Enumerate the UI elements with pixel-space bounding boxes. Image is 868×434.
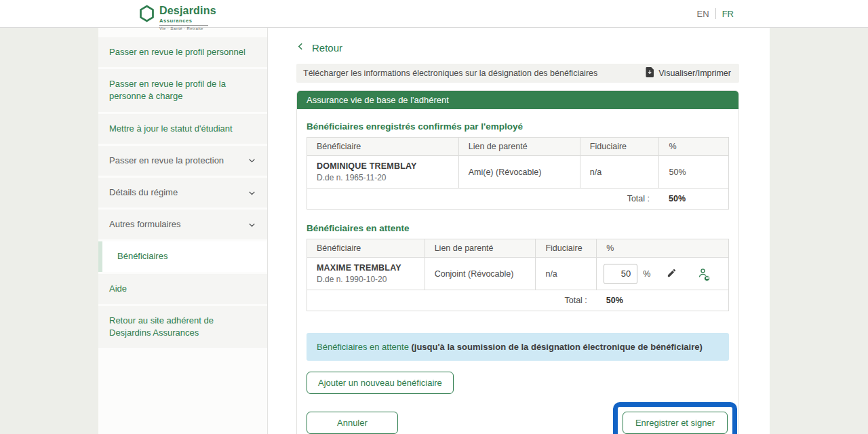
sidebar-nav: Passer en revue le profil personnel Pass… bbox=[98, 28, 268, 434]
basic-life-insurance-card: Assurance vie de base de l'adhérent Béné… bbox=[296, 90, 739, 434]
sidebar-item-details-regime[interactable]: Détails du régime bbox=[98, 178, 267, 208]
sidebar-item-label: Passer en revue le profil personnel bbox=[109, 46, 245, 58]
cancel-button[interactable]: Annuler bbox=[307, 412, 398, 434]
sidebar-item-label: Autres formulaires bbox=[109, 218, 180, 231]
remove-badge bbox=[704, 275, 710, 281]
beneficiary-percent: 50% bbox=[659, 156, 729, 189]
column-header-lien-parente: Lien de parenté bbox=[425, 239, 536, 258]
total-value: 50% bbox=[597, 290, 729, 311]
view-print-label: Visualiser/Imprimer bbox=[658, 68, 731, 78]
edit-beneficiary-button[interactable] bbox=[667, 268, 677, 280]
top-header-bar: Desjardins Assurances Vie · Santé · Retr… bbox=[0, 0, 868, 28]
brand-name: Desjardins bbox=[159, 5, 216, 17]
add-beneficiary-button[interactable]: Ajouter un nouveau bénéficiaire bbox=[307, 372, 454, 394]
percent-sign: % bbox=[643, 269, 650, 279]
chevron-left-icon bbox=[296, 41, 305, 54]
sidebar-item-label: Aide bbox=[109, 283, 127, 295]
lang-divider bbox=[715, 8, 716, 19]
confirmed-beneficiaries-heading: Bénéficiaires enregistrés confirmés par … bbox=[307, 121, 729, 132]
table-row: MAXIME TREMBLAY D.de n. 1990-10-20 Conjo… bbox=[307, 258, 729, 290]
beneficiary-fiduciary: n/a bbox=[580, 156, 659, 189]
chevron-down-icon bbox=[248, 220, 256, 229]
brand-subtitle: Assurances bbox=[159, 18, 208, 26]
lang-fr-link[interactable]: FR bbox=[722, 9, 734, 19]
download-bar-label: Télécharger les informations électroniqu… bbox=[303, 68, 597, 78]
beneficiary-dob: D.de n. 1990-10-20 bbox=[317, 275, 415, 284]
pending-beneficiaries-heading: Bénéficiaires en attente bbox=[307, 223, 729, 233]
pending-beneficiaries-table: Bénéficiaire Lien de parenté Fiduciaire … bbox=[307, 239, 729, 311]
back-link[interactable]: Retour bbox=[296, 41, 342, 54]
column-header-percent: % bbox=[659, 138, 729, 156]
sidebar-item-label: Retour au site adhérent de Desjardins As… bbox=[109, 315, 256, 339]
sidebar-item-autres-formulaires[interactable]: Autres formulaires bbox=[98, 210, 267, 239]
sidebar-item-beneficiaires[interactable]: Bénéficiaires bbox=[98, 241, 267, 271]
desjardins-hexagon-logo-icon bbox=[139, 5, 155, 25]
column-header-fiduciaire: Fiduciaire bbox=[536, 239, 597, 258]
sidebar-item-profil-personne-a-charge[interactable]: Passer en revue le profil de la personne… bbox=[98, 69, 267, 111]
total-value: 50% bbox=[659, 189, 729, 210]
sidebar-item-label: Mettre à jour le statut d'étudiant bbox=[109, 123, 233, 135]
pencil-icon bbox=[667, 268, 677, 280]
total-row: Total : 50% bbox=[307, 290, 729, 311]
beneficiary-name: DOMINIQUE TREMBLAY bbox=[317, 161, 449, 171]
content-area: Passer en revue le profil personnel Pass… bbox=[98, 28, 770, 434]
save-and-sign-button[interactable]: Enregistrer et signer bbox=[623, 412, 728, 434]
sidebar-item-label: Détails du régime bbox=[109, 186, 178, 199]
column-header-lien-parente: Lien de parenté bbox=[458, 138, 580, 156]
beneficiary-dob: D.de n. 1965-11-20 bbox=[317, 173, 449, 182]
total-label: Total : bbox=[307, 290, 597, 311]
column-header-beneficiaire: Bénéficiaire bbox=[307, 239, 425, 258]
chevron-down-icon bbox=[248, 189, 256, 197]
table-row: DOMINIQUE TREMBLAY D.de n. 1965-11-20 Am… bbox=[307, 156, 729, 189]
beneficiary-relation: Ami(e) (Révocable) bbox=[458, 156, 580, 189]
confirmed-beneficiaries-table: Bénéficiaire Lien de parenté Fiduciaire … bbox=[307, 137, 729, 210]
beneficiary-fiduciary: n/a bbox=[536, 258, 597, 290]
column-header-beneficiaire: Bénéficiaire bbox=[307, 138, 459, 156]
desjardins-logo: Desjardins Assurances Vie · Santé · Retr… bbox=[139, 5, 216, 31]
total-label: Total : bbox=[307, 189, 659, 210]
pending-info-box: Bénéficiaires en attente (jusqu'à la sou… bbox=[307, 333, 729, 361]
download-file-icon bbox=[646, 67, 654, 79]
info-box-text: Bénéficiaires en attente bbox=[317, 342, 411, 352]
lang-en-link[interactable]: EN bbox=[697, 9, 709, 19]
sidebar-item-label: Passer en revue le profil de la personne… bbox=[109, 78, 256, 102]
language-switcher: EN FR bbox=[697, 8, 734, 19]
beneficiary-name: MAXIME TREMBLAY bbox=[317, 263, 415, 273]
sidebar-item-profil-personnel[interactable]: Passer en revue le profil personnel bbox=[98, 37, 267, 67]
form-actions: Annuler Enregistrer et signer bbox=[307, 412, 729, 434]
sidebar-item-aide[interactable]: Aide bbox=[98, 274, 267, 304]
remove-beneficiary-button[interactable] bbox=[697, 267, 709, 281]
column-header-fiduciaire: Fiduciaire bbox=[580, 138, 659, 156]
total-row: Total : 50% bbox=[307, 189, 729, 210]
download-info-bar: Télécharger les informations électroniqu… bbox=[296, 64, 739, 83]
chevron-down-icon bbox=[248, 156, 256, 165]
sidebar-item-label: Bénéficiaires bbox=[117, 250, 167, 262]
brand-tagline: Vie · Santé · Retraite bbox=[159, 26, 216, 31]
beneficiary-relation: Conjoint (Révocable) bbox=[425, 258, 536, 290]
view-print-link[interactable]: Visualiser/Imprimer bbox=[646, 67, 731, 79]
info-box-bold-text: (jusqu'à la soumission de la désignation… bbox=[411, 342, 702, 352]
sidebar-item-protection[interactable]: Passer en revue la protection bbox=[98, 146, 267, 176]
column-header-percent: % bbox=[597, 239, 729, 258]
sidebar-item-statut-etudiant[interactable]: Mettre à jour le statut d'étudiant bbox=[98, 114, 267, 144]
sidebar-item-label: Passer en revue la protection bbox=[109, 155, 224, 167]
sidebar-item-retour-site-adherent[interactable]: Retour au site adhérent de Desjardins As… bbox=[98, 306, 267, 348]
card-title-bar: Assurance vie de base de l'adhérent bbox=[297, 91, 738, 109]
main-panel: Retour Télécharger les informations élec… bbox=[268, 28, 770, 434]
percent-input[interactable] bbox=[604, 264, 637, 284]
back-link-label: Retour bbox=[312, 42, 342, 54]
